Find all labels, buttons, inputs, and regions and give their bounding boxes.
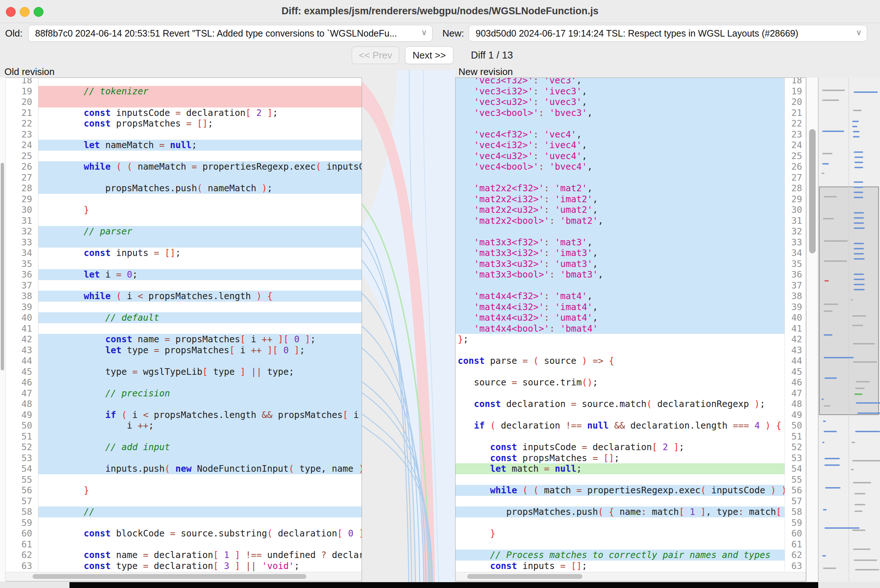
line-number: 42 [6,334,38,345]
minimap-mark [852,530,865,531]
minimap-mark [824,196,837,198]
code-line: 42 const name = propsMatches[ i ++ ][ 0 … [6,334,361,345]
code-line: 56 } [6,485,361,496]
minimap-mark [824,357,854,358]
next-diff-button[interactable]: Next >> [405,46,453,64]
line-number: 48 [6,399,38,410]
minimap-mark [855,510,862,512]
line-number: 53 [785,453,806,464]
minimap-mark [825,377,837,379]
line-number: 49 [6,410,38,420]
line-number: 59 [785,518,806,528]
old-revision-label: Old: [5,28,22,39]
minimap-mark [853,110,862,111]
old-code-pane: 1819 // tokenizer2021 const inputsCode =… [5,78,362,581]
old-revision-value: 88f8b7c0 2024-06-14 20:53:51 Revert "TSL… [35,28,397,39]
line-number: 59 [6,518,38,528]
minimap-mark [852,460,880,462]
new-revision-select[interactable]: 903d50d0 2024-06-17 19:14:24 TSL: Respec… [469,25,867,42]
code-line: 39 [6,302,361,313]
minimap-mark [855,393,862,395]
code-line: 21 const inputsCode = declaration[ 2 ]; [6,108,361,118]
line-number: 43 [785,345,806,356]
line-number: 50 [785,420,806,431]
minimap-mark [854,253,864,255]
minimap-mark [853,131,859,132]
line-number: 61 [6,539,38,550]
line-number: 41 [785,323,806,334]
code-line: 'mat4x4<f32>': 'mat4',38 [456,291,806,302]
old-revision-select[interactable]: 88f8b7c0 2024-06-14 20:53:51 Revert "TSL… [28,25,433,42]
code-line: if ( declaration !== null && declaration… [456,420,806,431]
minimap-mark [822,163,829,165]
code-line: 'mat3x3<bool>': 'bmat3',36 [456,269,806,280]
line-number: 54 [785,463,806,474]
background-bar [69,582,818,588]
code-line: 23 [6,129,361,140]
line-number: 57 [785,496,806,507]
minimap-mark [853,343,875,345]
minimap-divider [849,78,849,581]
code-line: const inputs = [];63 [456,561,806,572]
minimap-mark [855,504,865,506]
code-line: 24 let nameMatch = null; [6,140,361,151]
code-line: 37 [456,280,806,291]
minimap-mark [854,92,878,93]
old-horizontal-scrollbar-thumb[interactable] [33,574,306,579]
code-line: 50 i ++; [6,420,361,431]
minimap-mark [854,192,863,193]
code-line: }60 [456,528,806,539]
line-number: 33 [6,237,38,248]
line-number: 39 [785,302,806,313]
line-number: 58 [6,507,38,518]
line-number: 38 [6,291,38,302]
line-number: 52 [785,442,806,453]
line-number: 30 [6,204,38,215]
code-line: propsMatches.push( { name: match[ 1 ], t… [456,507,806,518]
line-number: 45 [6,366,38,377]
line-number: 23 [785,129,806,140]
line-number: 49 [785,410,806,420]
code-line: 61 [6,539,361,550]
code-line: 22 const propsMatches = []; [6,118,361,129]
line-number: 36 [6,269,38,280]
code-line: 43 let type = propsMatches[ i ++ ][ 0 ]; [6,345,361,356]
minimap-mark [854,284,865,285]
line-number: 23 [6,129,38,140]
code-line: 'mat3x3<f32>': 'mat3',33 [456,237,806,248]
new-vertical-scrollbar-thumb[interactable] [809,129,816,254]
minimap-mark [855,431,880,432]
code-line: 35 [6,258,361,270]
prev-diff-button[interactable]: << Prev [352,46,399,64]
old-vertical-scrollbar-thumb[interactable] [1,163,4,370]
code-line: 58 // [6,507,361,518]
titlebar: Diff: examples/jsm/renderers/webgpu/node… [0,0,880,23]
code-line: 46 [6,377,361,388]
minimap-mark [855,162,863,163]
minimap-mark [822,130,844,132]
line-number: 62 [785,550,806,561]
minimap-mark [822,153,832,154]
diff-minimap[interactable] [818,78,880,581]
minimap-mark [822,99,839,101]
line-number: 40 [785,312,806,323]
new-horizontal-scrollbar-thumb[interactable] [467,574,582,579]
code-line: const inputsCode = declaration[ 2 ];52 [456,442,806,453]
line-number: 42 [785,334,806,345]
line-number: 46 [6,377,38,388]
minimap-viewport[interactable] [819,186,879,415]
window-title: Diff: examples/jsm/renderers/webgpu/node… [0,6,880,17]
minimap-mark [824,303,838,305]
minimap-mark [823,218,834,219]
minimap-mark [825,280,829,282]
code-line: 'vec3<f32>': 'vec3',18 [456,78,806,86]
new-code-pane: 'vec3<f32>': 'vec3',18 'vec3<i32>': 'ive… [455,78,806,581]
line-number: 53 [6,453,38,464]
minimap-mark [824,260,847,262]
new-code-lines: 'vec3<f32>': 'vec3',18 'vec3<i32>': 'ive… [456,78,806,572]
line-number: 46 [785,377,806,388]
code-line: 36 let i = 0; [6,269,361,280]
code-line: 57 [6,496,361,507]
code-line: 48 [6,399,361,410]
minimap-mark [854,182,863,183]
